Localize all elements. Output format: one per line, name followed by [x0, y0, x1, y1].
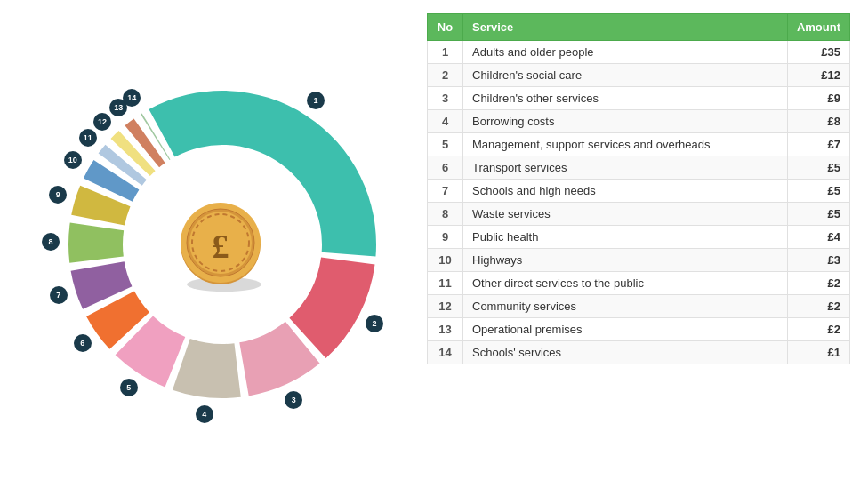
table-row: 8 Waste services £5 — [428, 202, 850, 225]
donut-chart: 1234567891011121314 £ — [53, 76, 391, 413]
cell-amount: £8 — [787, 109, 849, 132]
cell-no: 10 — [428, 248, 463, 271]
segment-8 — [68, 222, 124, 262]
cell-service: Adults and older people — [463, 40, 788, 63]
svg-text:£: £ — [213, 228, 229, 265]
table-row: 4 Borrowing costs £8 — [428, 109, 850, 132]
col-header-service: Service — [463, 13, 788, 40]
cell-amount: £7 — [787, 132, 849, 156]
cell-amount: £5 — [787, 202, 849, 225]
cell-amount: £2 — [787, 317, 849, 340]
cell-service: Transport services — [463, 156, 788, 179]
cell-no: 9 — [428, 225, 463, 248]
table-section: No Service Amount 1 Adults and older peo… — [427, 13, 850, 476]
cell-no: 6 — [428, 156, 463, 179]
coin-center: £ — [165, 187, 280, 302]
cell-service: Schools and high needs — [463, 179, 788, 202]
segment-4 — [173, 338, 241, 397]
table-row: 10 Highways £3 — [428, 248, 850, 271]
cell-service: Waste services — [463, 202, 788, 225]
table-row: 9 Public health £4 — [428, 225, 850, 248]
cell-amount: £35 — [787, 40, 849, 63]
cell-no: 3 — [428, 86, 463, 109]
cell-amount: £9 — [787, 86, 849, 109]
col-header-amount: Amount — [787, 13, 849, 40]
cell-no: 14 — [428, 340, 463, 364]
cell-no: 12 — [428, 294, 463, 317]
cell-amount: £5 — [787, 156, 849, 179]
table-body: 1 Adults and older people £35 2 Children… — [428, 40, 850, 364]
cell-service: Children's social care — [463, 63, 788, 86]
cell-no: 5 — [428, 132, 463, 156]
cell-service: Schools' services — [463, 340, 788, 364]
cell-service: Other direct services to the public — [463, 271, 788, 294]
table-row: 2 Children's social care £12 — [428, 63, 850, 86]
cell-service: Children's other services — [463, 86, 788, 109]
table-row: 5 Management, support services and overh… — [428, 132, 850, 156]
cell-service: Borrowing costs — [463, 109, 788, 132]
cell-amount: £2 — [787, 271, 849, 294]
main-container: 1234567891011121314 £ — [0, 0, 868, 488]
table-row: 7 Schools and high needs £5 — [428, 179, 850, 202]
coin-icon: £ — [165, 187, 280, 302]
cell-service: Highways — [463, 248, 788, 271]
cell-no: 2 — [428, 63, 463, 86]
table-row: 13 Operational premises £2 — [428, 317, 850, 340]
cell-service: Management, support services and overhea… — [463, 132, 788, 156]
cell-amount: £2 — [787, 294, 849, 317]
cell-amount: £4 — [787, 225, 849, 248]
cell-service: Operational premises — [463, 317, 788, 340]
cell-no: 7 — [428, 179, 463, 202]
cell-amount: £12 — [787, 63, 849, 86]
cell-no: 11 — [428, 271, 463, 294]
chart-section: 1234567891011121314 £ — [18, 13, 427, 476]
col-header-no: No — [428, 13, 463, 40]
table-row: 1 Adults and older people £35 — [428, 40, 850, 63]
services-table: No Service Amount 1 Adults and older peo… — [427, 13, 850, 364]
table-row: 14 Schools' services £1 — [428, 340, 850, 364]
cell-no: 8 — [428, 202, 463, 225]
cell-no: 4 — [428, 109, 463, 132]
cell-no: 1 — [428, 40, 463, 63]
cell-amount: £1 — [787, 340, 849, 364]
cell-amount: £3 — [787, 248, 849, 271]
table-row: 11 Other direct services to the public £… — [428, 271, 850, 294]
cell-service: Public health — [463, 225, 788, 248]
cell-service: Community services — [463, 294, 788, 317]
table-row: 12 Community services £2 — [428, 294, 850, 317]
table-row: 6 Transport services £5 — [428, 156, 850, 179]
cell-no: 13 — [428, 317, 463, 340]
table-row: 3 Children's other services £9 — [428, 86, 850, 109]
cell-amount: £5 — [787, 179, 849, 202]
